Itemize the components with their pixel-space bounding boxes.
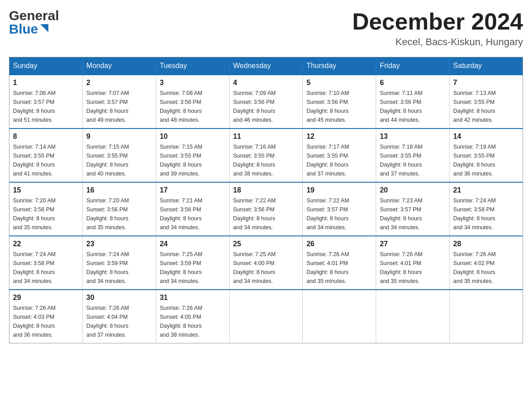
day-info: Sunrise: 7:15 AM Sunset: 3:55 PM Dayligh…	[160, 142, 226, 178]
day-number: 2	[86, 79, 152, 87]
logo-blue-text: Blue	[9, 22, 38, 36]
day-number: 28	[453, 240, 519, 248]
calendar-cell: 28 Sunrise: 7:26 AM Sunset: 4:02 PM Dayl…	[450, 236, 523, 290]
day-number: 11	[233, 133, 299, 141]
calendar-cell: 15 Sunrise: 7:20 AM Sunset: 3:56 PM Dayl…	[9, 182, 83, 236]
day-number: 20	[380, 186, 446, 194]
day-number: 29	[13, 294, 79, 302]
calendar-cell: 2 Sunrise: 7:07 AM Sunset: 3:57 PM Dayli…	[82, 75, 156, 128]
day-info: Sunrise: 7:14 AM Sunset: 3:55 PM Dayligh…	[13, 142, 79, 178]
day-info: Sunrise: 7:19 AM Sunset: 3:55 PM Dayligh…	[453, 142, 519, 178]
day-info: Sunrise: 7:24 AM Sunset: 3:58 PM Dayligh…	[13, 250, 79, 286]
day-number: 1	[13, 79, 79, 87]
day-number: 8	[13, 133, 79, 141]
calendar-cell: 8 Sunrise: 7:14 AM Sunset: 3:55 PM Dayli…	[9, 128, 83, 182]
day-number: 6	[380, 79, 446, 87]
day-number: 5	[306, 79, 372, 87]
calendar-cell: 21 Sunrise: 7:24 AM Sunset: 3:58 PM Dayl…	[450, 182, 523, 236]
day-info: Sunrise: 7:07 AM Sunset: 3:57 PM Dayligh…	[86, 89, 152, 124]
day-number: 21	[453, 186, 519, 194]
day-number: 19	[306, 186, 372, 194]
day-info: Sunrise: 7:15 AM Sunset: 3:55 PM Dayligh…	[86, 142, 152, 178]
day-info: Sunrise: 7:26 AM Sunset: 4:03 PM Dayligh…	[13, 304, 79, 339]
day-info: Sunrise: 7:06 AM Sunset: 3:57 PM Dayligh…	[13, 89, 79, 124]
day-info: Sunrise: 7:22 AM Sunset: 3:56 PM Dayligh…	[233, 196, 299, 232]
calendar-cell: 11 Sunrise: 7:16 AM Sunset: 3:55 PM Dayl…	[229, 128, 303, 182]
day-info: Sunrise: 7:22 AM Sunset: 3:57 PM Dayligh…	[306, 196, 372, 232]
day-info: Sunrise: 7:16 AM Sunset: 3:55 PM Dayligh…	[233, 142, 299, 178]
calendar-header-row: SundayMondayTuesdayWednesdayThursdayFrid…	[9, 57, 523, 75]
day-info: Sunrise: 7:08 AM Sunset: 3:56 PM Dayligh…	[160, 89, 226, 124]
calendar-cell: 29 Sunrise: 7:26 AM Sunset: 4:03 PM Dayl…	[9, 290, 83, 343]
calendar-cell: 18 Sunrise: 7:22 AM Sunset: 3:56 PM Dayl…	[229, 182, 303, 236]
calendar-cell: 9 Sunrise: 7:15 AM Sunset: 3:55 PM Dayli…	[82, 128, 156, 182]
calendar-cell: 24 Sunrise: 7:25 AM Sunset: 3:59 PM Dayl…	[156, 236, 229, 290]
day-info: Sunrise: 7:18 AM Sunset: 3:55 PM Dayligh…	[380, 142, 446, 178]
day-info: Sunrise: 7:10 AM Sunset: 3:56 PM Dayligh…	[306, 89, 372, 124]
calendar-cell: 31 Sunrise: 7:26 AM Sunset: 4:05 PM Dayl…	[156, 290, 229, 343]
day-info: Sunrise: 7:26 AM Sunset: 4:02 PM Dayligh…	[453, 250, 519, 286]
header-monday: Monday	[82, 57, 156, 75]
calendar-cell: 6 Sunrise: 7:11 AM Sunset: 3:56 PM Dayli…	[376, 75, 450, 128]
day-number: 3	[160, 79, 226, 87]
day-number: 4	[233, 79, 299, 87]
week-row-4: 22 Sunrise: 7:24 AM Sunset: 3:58 PM Dayl…	[9, 236, 523, 290]
header-sunday: Sunday	[9, 57, 83, 75]
header-tuesday: Tuesday	[156, 57, 229, 75]
day-info: Sunrise: 7:23 AM Sunset: 3:57 PM Dayligh…	[380, 196, 446, 232]
day-info: Sunrise: 7:24 AM Sunset: 3:58 PM Dayligh…	[453, 196, 519, 232]
calendar-cell: 12 Sunrise: 7:17 AM Sunset: 3:55 PM Dayl…	[303, 128, 376, 182]
day-info: Sunrise: 7:26 AM Sunset: 4:01 PM Dayligh…	[306, 250, 372, 286]
logo: General Blue	[9, 9, 59, 36]
logo-arrow-icon	[39, 23, 49, 34]
calendar-cell: 25 Sunrise: 7:25 AM Sunset: 4:00 PM Dayl…	[229, 236, 303, 290]
svg-marker-0	[40, 24, 48, 32]
header-saturday: Saturday	[450, 57, 523, 75]
day-number: 7	[453, 79, 519, 87]
page-header: General Blue December 2024 Kecel, Bacs-K…	[9, 9, 523, 48]
calendar-cell: 1 Sunrise: 7:06 AM Sunset: 3:57 PM Dayli…	[9, 75, 83, 128]
calendar-cell: 7 Sunrise: 7:13 AM Sunset: 3:55 PM Dayli…	[450, 75, 523, 128]
day-number: 9	[86, 133, 152, 141]
calendar-cell: 16 Sunrise: 7:20 AM Sunset: 3:56 PM Dayl…	[82, 182, 156, 236]
header-thursday: Thursday	[303, 57, 376, 75]
calendar-table: SundayMondayTuesdayWednesdayThursdayFrid…	[9, 57, 523, 343]
calendar-cell	[450, 290, 523, 343]
day-info: Sunrise: 7:09 AM Sunset: 3:56 PM Dayligh…	[233, 89, 299, 124]
calendar-cell: 3 Sunrise: 7:08 AM Sunset: 3:56 PM Dayli…	[156, 75, 229, 128]
calendar-cell	[376, 290, 450, 343]
calendar-cell	[303, 290, 376, 343]
day-number: 13	[380, 133, 446, 141]
calendar-cell: 4 Sunrise: 7:09 AM Sunset: 3:56 PM Dayli…	[229, 75, 303, 128]
day-number: 30	[86, 294, 152, 302]
week-row-3: 15 Sunrise: 7:20 AM Sunset: 3:56 PM Dayl…	[9, 182, 523, 236]
day-number: 16	[86, 186, 152, 194]
day-info: Sunrise: 7:17 AM Sunset: 3:55 PM Dayligh…	[306, 142, 372, 178]
week-row-5: 29 Sunrise: 7:26 AM Sunset: 4:03 PM Dayl…	[9, 290, 523, 343]
day-info: Sunrise: 7:26 AM Sunset: 4:01 PM Dayligh…	[380, 250, 446, 286]
month-title: December 2024	[352, 9, 523, 34]
day-info: Sunrise: 7:25 AM Sunset: 3:59 PM Dayligh…	[160, 250, 226, 286]
calendar-cell: 22 Sunrise: 7:24 AM Sunset: 3:58 PM Dayl…	[9, 236, 83, 290]
logo-general-text: General	[9, 9, 59, 22]
day-number: 17	[160, 186, 226, 194]
day-number: 15	[13, 186, 79, 194]
calendar-cell: 30 Sunrise: 7:26 AM Sunset: 4:04 PM Dayl…	[82, 290, 156, 343]
day-number: 12	[306, 133, 372, 141]
calendar-cell: 13 Sunrise: 7:18 AM Sunset: 3:55 PM Dayl…	[376, 128, 450, 182]
day-info: Sunrise: 7:13 AM Sunset: 3:55 PM Dayligh…	[453, 89, 519, 124]
day-number: 18	[233, 186, 299, 194]
calendar-cell: 5 Sunrise: 7:10 AM Sunset: 3:56 PM Dayli…	[303, 75, 376, 128]
calendar-cell: 26 Sunrise: 7:26 AM Sunset: 4:01 PM Dayl…	[303, 236, 376, 290]
day-info: Sunrise: 7:26 AM Sunset: 4:04 PM Dayligh…	[86, 304, 152, 339]
calendar-cell	[229, 290, 303, 343]
day-info: Sunrise: 7:20 AM Sunset: 3:56 PM Dayligh…	[13, 196, 79, 232]
calendar-cell: 23 Sunrise: 7:24 AM Sunset: 3:59 PM Dayl…	[82, 236, 156, 290]
day-number: 14	[453, 133, 519, 141]
day-number: 10	[160, 133, 226, 141]
day-info: Sunrise: 7:21 AM Sunset: 3:56 PM Dayligh…	[160, 196, 226, 232]
day-number: 27	[380, 240, 446, 248]
week-row-1: 1 Sunrise: 7:06 AM Sunset: 3:57 PM Dayli…	[9, 75, 523, 128]
calendar-cell: 10 Sunrise: 7:15 AM Sunset: 3:55 PM Dayl…	[156, 128, 229, 182]
day-info: Sunrise: 7:25 AM Sunset: 4:00 PM Dayligh…	[233, 250, 299, 286]
